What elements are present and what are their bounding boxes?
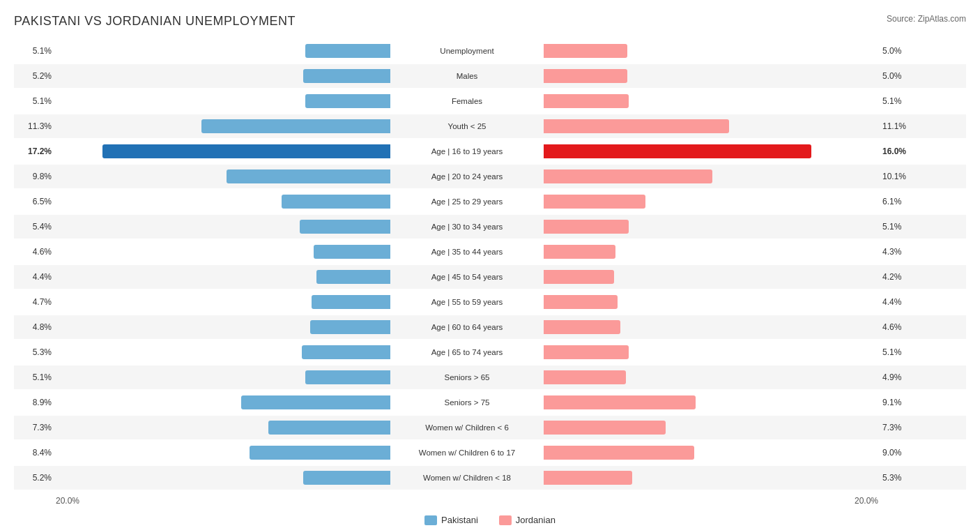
chart-row: 4.6% Age | 35 to 44 years 4.3% — [14, 240, 966, 264]
right-value: 4.9% — [878, 372, 920, 382]
right-bar-container — [544, 446, 878, 460]
right-bar — [544, 169, 712, 183]
left-bar — [303, 471, 390, 485]
chart-row: 5.1% Females 5.1% — [14, 89, 966, 113]
row-label: Age | 35 to 44 years — [390, 248, 544, 256]
row-label: Age | 30 to 34 years — [390, 222, 544, 231]
right-bar-container — [544, 345, 878, 359]
right-value: 5.1% — [878, 222, 920, 232]
left-bar-container — [56, 370, 390, 384]
row-label: Youth < 25 — [390, 122, 544, 130]
left-bar-container — [56, 295, 390, 309]
left-value: 11.3% — [14, 121, 56, 131]
left-value: 9.8% — [14, 172, 56, 181]
left-value: 4.4% — [14, 272, 56, 282]
axis-row: 20.0% 20.0% — [14, 492, 966, 509]
chart-row: 5.2% Women w/ Children < 18 5.3% — [14, 466, 966, 490]
left-bar-container — [56, 345, 390, 359]
chart-row: 8.4% Women w/ Children 6 to 17 9.0% — [14, 441, 966, 465]
axis-label-right: 20.0% — [836, 496, 878, 506]
chart-row: 4.7% Age | 55 to 59 years 4.4% — [14, 290, 966, 314]
chart-row: 9.8% Age | 20 to 24 years 10.1% — [14, 165, 966, 188]
chart-row: 17.2% Age | 16 to 19 years 16.0% — [14, 139, 966, 163]
right-value: 5.1% — [878, 96, 920, 106]
left-bar — [241, 395, 390, 409]
left-value: 5.3% — [14, 347, 56, 357]
chart-source: Source: ZipAtlas.com — [887, 14, 966, 24]
right-bar-container — [544, 69, 878, 83]
right-bar-container — [544, 295, 878, 309]
left-value: 4.7% — [14, 297, 56, 307]
right-bar-container — [544, 44, 878, 58]
row-label: Age | 55 to 59 years — [390, 298, 544, 306]
right-value: 4.4% — [878, 297, 920, 307]
left-value: 5.2% — [14, 71, 56, 81]
right-bar — [544, 446, 694, 460]
right-value: 9.1% — [878, 398, 920, 407]
row-label: Age | 25 to 29 years — [390, 197, 544, 206]
right-bar-container — [544, 270, 878, 284]
left-bar-container — [56, 44, 390, 58]
left-bar — [201, 119, 390, 133]
left-value: 5.2% — [14, 473, 56, 483]
chart-container: PAKISTANI VS JORDANIAN UNEMPLOYMENT Sour… — [0, 0, 980, 528]
right-bar — [544, 195, 645, 209]
row-label: Age | 20 to 24 years — [390, 172, 544, 181]
left-bar-container — [56, 270, 390, 284]
left-value: 5.1% — [14, 372, 56, 382]
right-bar — [544, 144, 811, 158]
left-bar-container — [56, 446, 390, 460]
right-value: 5.1% — [878, 347, 920, 357]
left-bar — [227, 169, 390, 183]
row-label: Age | 16 to 19 years — [390, 147, 544, 156]
chart-body: 5.1% Unemployment 5.0% 5.2% Males 5.0% 5… — [14, 39, 966, 490]
right-bar-container — [544, 395, 878, 409]
right-value: 6.1% — [878, 197, 920, 206]
left-bar — [250, 446, 390, 460]
right-bar — [544, 94, 629, 108]
right-value: 11.1% — [878, 121, 920, 131]
left-bar — [300, 220, 390, 234]
right-bar — [544, 245, 615, 259]
axis-label-left: 20.0% — [56, 496, 98, 506]
right-bar — [544, 119, 729, 133]
row-label: Age | 65 to 74 years — [390, 348, 544, 356]
left-bar — [303, 69, 390, 83]
chart-row: 5.4% Age | 30 to 34 years 5.1% — [14, 215, 966, 239]
row-label: Females — [390, 97, 544, 105]
right-bar — [544, 345, 629, 359]
right-bar-container — [544, 119, 878, 133]
legend: Pakistani Jordanian — [14, 515, 966, 525]
right-value: 10.1% — [878, 172, 920, 181]
left-value: 5.4% — [14, 222, 56, 232]
left-value: 4.6% — [14, 247, 56, 257]
left-value: 8.9% — [14, 398, 56, 407]
right-bar — [544, 44, 627, 58]
left-bar-container — [56, 421, 390, 435]
right-bar-container — [544, 471, 878, 485]
chart-row: 5.1% Seniors > 65 4.9% — [14, 365, 966, 389]
left-value: 8.4% — [14, 448, 56, 458]
right-bar-container — [544, 144, 878, 158]
left-bar-container — [56, 144, 390, 158]
left-bar — [282, 195, 390, 209]
right-value: 9.0% — [878, 448, 920, 458]
right-bar-container — [544, 169, 878, 183]
right-value: 5.0% — [878, 71, 920, 81]
right-bar-container — [544, 195, 878, 209]
right-bar — [544, 320, 620, 334]
left-value: 6.5% — [14, 197, 56, 206]
chart-header: PAKISTANI VS JORDANIAN UNEMPLOYMENT Sour… — [14, 14, 966, 29]
left-bar-container — [56, 471, 390, 485]
chart-row: 4.8% Age | 60 to 64 years 4.6% — [14, 315, 966, 339]
left-bar — [305, 370, 390, 384]
left-bar-container — [56, 94, 390, 108]
right-bar-container — [544, 94, 878, 108]
chart-row: 5.1% Unemployment 5.0% — [14, 39, 966, 63]
right-bar-container — [544, 370, 878, 384]
right-value: 5.0% — [878, 46, 920, 56]
right-value: 16.0% — [878, 146, 920, 156]
legend-item-pakistani: Pakistani — [424, 515, 478, 525]
left-bar-container — [56, 195, 390, 209]
left-bar-container — [56, 119, 390, 133]
